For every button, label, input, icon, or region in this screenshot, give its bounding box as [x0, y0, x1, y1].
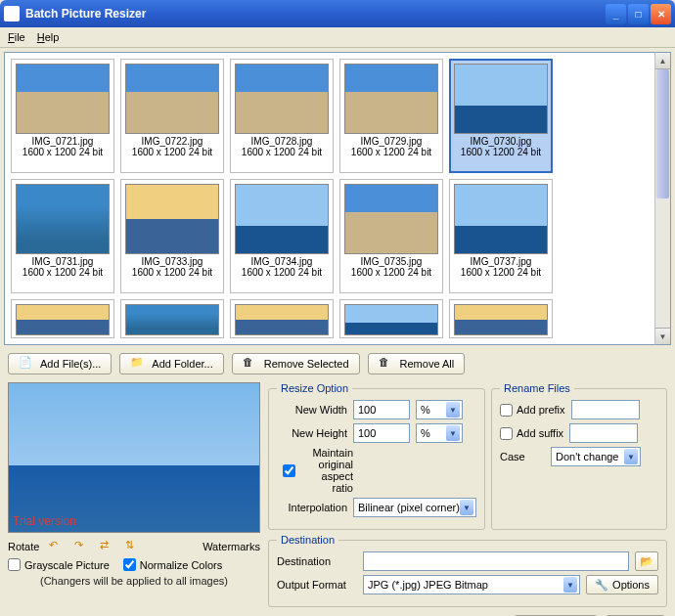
thumbnail-filename: IMG_0737.jpg	[471, 256, 532, 267]
thumbnail-dimensions: 1600 x 1200 24 bit	[22, 267, 103, 278]
close-button[interactable]: ✕	[651, 4, 671, 24]
thumbnail-image	[454, 64, 548, 134]
scroll-thumb[interactable]	[656, 69, 669, 198]
thumbnail-dimensions: 1600 x 1200 24 bit	[351, 147, 431, 157]
maximize-button[interactable]: □	[628, 4, 649, 24]
thumbnail-image	[125, 184, 219, 254]
trial-watermark: Trial version	[13, 514, 76, 528]
destination-legend: Destination	[277, 534, 338, 546]
output-format-select[interactable]: JPG (*.jpg) JPEG Bitmap▼	[363, 575, 580, 594]
thumbnail-item[interactable]: IMG_0728.jpg 1600 x 1200 24 bit	[230, 59, 334, 173]
interpolation-select[interactable]: Bilinear (pixel corner)▼	[353, 498, 476, 517]
chevron-down-icon: ▼	[446, 425, 460, 441]
wrench-icon: 🔧	[595, 579, 608, 592]
thumbnail-filename: IMG_0721.jpg	[32, 136, 94, 147]
thumbnail-dimensions: 1600 x 1200 24 bit	[351, 267, 431, 278]
scroll-down-button[interactable]: ▼	[655, 328, 670, 344]
thumbnail-dimensions: 1600 x 1200 24 bit	[461, 147, 541, 157]
case-select[interactable]: Don't change▼	[551, 447, 641, 466]
scroll-up-button[interactable]: ▲	[655, 53, 670, 69]
thumbnail-image	[235, 64, 329, 134]
chevron-down-icon: ▼	[624, 449, 638, 464]
folder-icon: 📁	[130, 356, 146, 372]
scrollbar[interactable]: ▲ ▼	[654, 52, 671, 345]
add-suffix-checkbox[interactable]: Add suffix	[500, 427, 563, 440]
normalize-checkbox[interactable]: Normalize Colors	[123, 558, 222, 571]
thumbnail-image	[235, 304, 329, 335]
thumbnail-item[interactable]: IMG_0721.jpg 1600 x 1200 24 bit	[11, 59, 114, 173]
minimize-button[interactable]: _	[606, 4, 626, 24]
options-button[interactable]: 🔧Options	[586, 575, 658, 594]
thumbnail-filename: IMG_0731.jpg	[32, 256, 94, 267]
flip-h-icon[interactable]: ⇄	[100, 539, 115, 554]
destination-input[interactable]	[363, 551, 629, 571]
thumbnail-item[interactable]: IMG_0731.jpg 1600 x 1200 24 bit	[11, 179, 114, 293]
prefix-input[interactable]	[571, 400, 640, 419]
rotate-label: Rotate	[8, 541, 39, 552]
new-width-input[interactable]	[353, 400, 410, 419]
thumbnail-image	[125, 64, 219, 134]
new-width-label: New Width	[277, 404, 347, 416]
remove-selected-button[interactable]: 🗑Remove Selected	[232, 353, 360, 374]
thumbnail-item[interactable]: IMG_0730.jpg 1600 x 1200 24 bit	[449, 59, 553, 173]
aspect-ratio-checkbox[interactable]: Maintain original aspect ratio	[283, 447, 353, 494]
menu-file[interactable]: File	[8, 31, 25, 43]
destination-group: Destination Destination 📂 Output Format …	[268, 534, 667, 607]
thumbnail-dimensions: 1600 x 1200 24 bit	[242, 147, 322, 157]
thumbnail-item[interactable]: IMG_0722.jpg 1600 x 1200 24 bit	[120, 59, 224, 173]
menu-help[interactable]: Help	[37, 31, 60, 43]
browse-folder-button[interactable]: 📂	[635, 551, 658, 571]
rename-legend: Rename Files	[500, 382, 574, 394]
thumbnail-filename: IMG_0733.jpg	[142, 256, 203, 267]
thumbnail-item[interactable]	[449, 299, 553, 338]
thumbnail-item[interactable]	[120, 299, 224, 338]
thumbnail-image	[344, 64, 438, 134]
new-height-label: New Height	[277, 427, 347, 439]
destination-label: Destination	[277, 555, 357, 567]
thumbnail-list[interactable]: IMG_0721.jpg 1600 x 1200 24 bit IMG_0722…	[4, 52, 654, 345]
thumbnail-image	[454, 184, 548, 254]
grayscale-checkbox[interactable]: Grayscale Picture	[8, 558, 110, 571]
interpolation-label: Interpolation	[277, 502, 347, 513]
thumbnail-item[interactable]: IMG_0735.jpg 1600 x 1200 24 bit	[339, 179, 443, 293]
thumbnail-item[interactable]	[339, 299, 443, 338]
add-file-icon: 📄	[19, 356, 34, 372]
apply-hint: (Changers will be applied to all images)	[8, 575, 260, 587]
add-folder-button[interactable]: 📁Add Folder...	[119, 353, 223, 374]
app-icon	[4, 6, 20, 22]
thumbnail-image	[16, 304, 110, 335]
thumbnail-item[interactable]: IMG_0729.jpg 1600 x 1200 24 bit	[339, 59, 443, 173]
watermarks-button[interactable]: Watermarks	[202, 541, 260, 552]
thumbnail-image	[16, 184, 110, 254]
chevron-down-icon: ▼	[460, 500, 473, 515]
scroll-track[interactable]	[655, 69, 670, 328]
add-files-button[interactable]: 📄Add File(s)...	[8, 353, 112, 374]
thumbnail-filename: IMG_0729.jpg	[361, 136, 423, 147]
suffix-input[interactable]	[569, 423, 638, 443]
height-unit-select[interactable]: %▼	[416, 423, 463, 443]
folder-open-icon: 📂	[640, 555, 653, 568]
new-height-input[interactable]	[353, 423, 410, 443]
thumbnail-dimensions: 1600 x 1200 24 bit	[132, 267, 212, 278]
thumbnail-image	[454, 304, 548, 335]
chevron-down-icon: ▼	[446, 402, 460, 418]
thumbnail-image	[344, 304, 438, 335]
thumbnail-item[interactable]: IMG_0737.jpg 1600 x 1200 24 bit	[449, 179, 553, 293]
add-prefix-checkbox[interactable]: Add prefix	[500, 404, 565, 417]
thumbnail-image	[344, 184, 438, 254]
thumbnail-item[interactable]: IMG_0734.jpg 1600 x 1200 24 bit	[230, 179, 334, 293]
case-label: Case	[500, 451, 545, 462]
remove-icon: 🗑	[243, 356, 258, 372]
rotate-right-icon[interactable]: ↷	[74, 539, 90, 554]
thumbnail-item[interactable]	[230, 299, 334, 338]
output-format-label: Output Format	[277, 579, 357, 591]
thumbnail-filename: IMG_0728.jpg	[251, 136, 313, 147]
width-unit-select[interactable]: %▼	[416, 400, 463, 419]
thumbnail-image	[125, 304, 219, 335]
remove-all-button[interactable]: 🗑Remove All	[368, 353, 466, 374]
thumbnail-item[interactable]	[11, 299, 114, 338]
rotate-left-icon[interactable]: ↶	[49, 539, 65, 554]
flip-v-icon[interactable]: ⇅	[125, 539, 141, 554]
thumbnail-item[interactable]: IMG_0733.jpg 1600 x 1200 24 bit	[120, 179, 224, 293]
resize-legend: Resize Option	[277, 382, 352, 394]
